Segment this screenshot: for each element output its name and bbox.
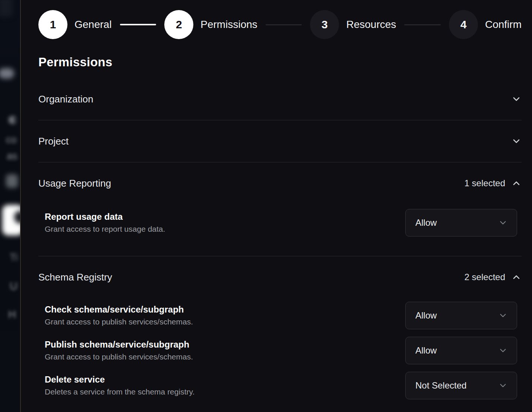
blur-blob bbox=[6, 174, 18, 188]
chevron-down-icon bbox=[498, 381, 508, 390]
section-title: Project bbox=[38, 136, 69, 147]
permission-title: Report usage data bbox=[45, 211, 165, 223]
step-circle-confirm[interactable]: 4 bbox=[449, 10, 478, 39]
section-usage-reporting: Usage Reporting 1 selected Report usage … bbox=[38, 162, 522, 256]
permission-description: Deletes a service from the schema regist… bbox=[45, 386, 194, 398]
section-schema-registry: Schema Registry 2 selected Check schema/… bbox=[38, 256, 522, 410]
section-title: Organization bbox=[38, 94, 93, 105]
permission-row-delete-service: Delete service Deletes a service from th… bbox=[45, 372, 517, 399]
permission-select-publish-schema[interactable]: Allow bbox=[405, 337, 517, 364]
permission-description: Grant access to publish services/schemas… bbox=[45, 351, 193, 363]
step-circle-permissions[interactable]: 2 bbox=[164, 10, 193, 39]
chevron-down-icon bbox=[511, 94, 522, 104]
step-label-general: General bbox=[75, 19, 112, 31]
permission-description: Grant access to report usage data. bbox=[45, 223, 165, 235]
blur-text-fragment: H bbox=[8, 308, 16, 321]
blur-text-fragment: co bbox=[6, 134, 17, 146]
selected-count-badge: 1 selected bbox=[465, 178, 505, 188]
section-schema-registry-toggle[interactable]: Schema Registry 2 selected bbox=[38, 256, 522, 284]
dropdown-value: Not Selected bbox=[415, 380, 466, 391]
selected-count-badge: 2 selected bbox=[465, 272, 505, 282]
step-label-permissions: Permissions bbox=[200, 19, 257, 31]
section-project: Project bbox=[38, 120, 522, 162]
permission-select-check-schema[interactable]: Allow bbox=[405, 302, 517, 329]
section-title: Schema Registry bbox=[38, 272, 112, 283]
section-organization: Organization bbox=[38, 78, 522, 120]
blur-text-fragment: Ti bbox=[10, 252, 18, 263]
permission-row-check-schema: Check schema/service/subgraph Grant acce… bbox=[45, 302, 517, 329]
dropdown-value: Allow bbox=[415, 310, 437, 321]
blur-blob bbox=[0, 0, 13, 17]
blur-text-fragment: U bbox=[10, 280, 18, 292]
section-project-toggle[interactable]: Project bbox=[38, 120, 522, 162]
chevron-down-icon bbox=[498, 311, 508, 320]
permission-select-report-usage-data[interactable]: Allow bbox=[405, 209, 517, 237]
chevron-down-icon bbox=[498, 218, 508, 228]
blur-text-fragment: c bbox=[9, 112, 16, 126]
page-title: Permissions bbox=[38, 55, 522, 69]
dropdown-value: Allow bbox=[415, 345, 437, 356]
permission-title: Publish schema/service/subgraph bbox=[45, 339, 193, 351]
step-circle-resources[interactable]: 3 bbox=[310, 10, 339, 39]
permission-row-report-usage-data: Report usage data Grant access to report… bbox=[45, 209, 517, 237]
create-key-wizard-panel: 1 General 2 Permissions 3 Resources 4 Co… bbox=[20, 0, 532, 412]
step-label-confirm: Confirm bbox=[485, 19, 522, 31]
section-organization-toggle[interactable]: Organization bbox=[38, 78, 522, 120]
step-label-resources: Resources bbox=[346, 19, 396, 31]
wizard-stepper: 1 General 2 Permissions 3 Resources 4 Co… bbox=[38, 10, 522, 39]
permission-title: Delete service bbox=[45, 374, 194, 386]
permission-description: Grant access to publish services/schemas… bbox=[45, 316, 193, 328]
blur-text-fragment: as bbox=[7, 150, 18, 162]
step-connector bbox=[404, 24, 441, 25]
section-usage-reporting-toggle[interactable]: Usage Reporting 1 selected bbox=[38, 162, 522, 190]
permission-select-delete-service[interactable]: Not Selected bbox=[405, 372, 517, 399]
chevron-down-icon bbox=[498, 346, 508, 355]
chevron-down-icon bbox=[511, 136, 522, 146]
step-connector bbox=[266, 24, 302, 25]
blur-blob bbox=[0, 68, 14, 79]
chevron-up-icon bbox=[511, 178, 522, 188]
permission-row-publish-schema: Publish schema/service/subgraph Grant ac… bbox=[45, 337, 517, 364]
step-circle-general[interactable]: 1 bbox=[38, 10, 67, 39]
chevron-up-icon bbox=[511, 272, 522, 282]
step-connector bbox=[120, 24, 156, 25]
dropdown-value: Allow bbox=[415, 218, 437, 228]
background-app-blur: c co as Ti U H bbox=[0, 0, 20, 412]
section-title: Usage Reporting bbox=[38, 178, 111, 189]
permission-title: Check schema/service/subgraph bbox=[45, 304, 193, 316]
